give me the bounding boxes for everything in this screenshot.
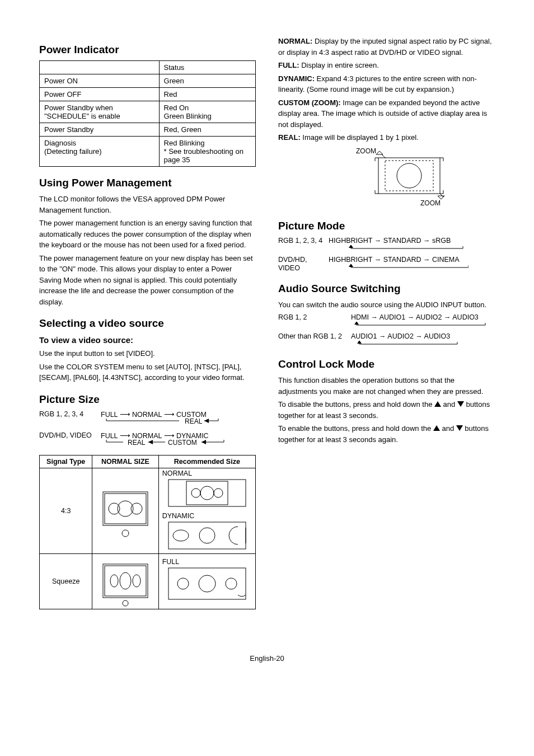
body-text: Use the COLOR SYSTEM menu to set [AUTO],… (39, 361, 256, 383)
size-sublabel: NORMAL (159, 468, 255, 478)
svg-rect-35 (168, 568, 246, 599)
svg-text:CUSTOM: CUSTOM (168, 440, 197, 447)
body-text: To disable the buttons, press and hold d… (278, 399, 495, 421)
flow-return-arrow-icon: REAL (101, 419, 224, 426)
svg-rect-26 (168, 522, 246, 549)
up-triangle-icon (434, 401, 441, 407)
status-cell: Power ON (40, 74, 160, 88)
status-header: Status (159, 61, 255, 74)
svg-marker-5 (204, 419, 209, 423)
heading-picture-mode: Picture Mode (278, 220, 495, 232)
flow-return-arrow-icon (329, 245, 469, 251)
audio-flow-other: Other than RGB 1, 2 AUDIO1 → AUDIO2 → AU… (278, 332, 495, 348)
definition-normal: NORMAL: Display by the inputed signal as… (278, 36, 495, 58)
svg-point-37 (199, 575, 216, 592)
body-text: The power management function is an ener… (39, 218, 256, 251)
svg-marker-39 (376, 151, 383, 154)
status-empty-header (40, 61, 160, 74)
flow-label: RGB 1, 2, 3, 4 (39, 410, 101, 418)
power-status-table: StatusPower ONGreenPower OFFRedPower Sta… (39, 60, 256, 167)
size-header: NORMAL SIZE (92, 455, 158, 468)
svg-point-25 (214, 489, 223, 497)
flow-label: RGB 1, 2, 3, 4 (278, 237, 329, 245)
svg-line-45 (440, 194, 443, 197)
flow-line: FULL ⟶ NORMAL ⟶ CUSTOM (101, 410, 256, 419)
svg-rect-21 (168, 480, 246, 506)
svg-rect-15 (103, 492, 148, 525)
size-cell: 4:3 (40, 468, 92, 553)
size-cell: Squeeze (40, 553, 92, 609)
flow-return-arrow-icon (329, 264, 469, 270)
flow-line: HDMI → AUDIO1 → AUDIO2 → AUDIO3 (351, 313, 495, 321)
body-text: Use the input button to set [VIDEO]. (39, 348, 256, 359)
svg-point-33 (133, 575, 140, 587)
flow-line: HIGHBRIGHT → STANDARD → sRGB (329, 237, 495, 245)
zoom-label: ZOOM (356, 147, 376, 155)
body-text: You can switch the audio source using th… (278, 299, 495, 311)
flow-label: DVD/HD, VIDEO (278, 256, 329, 273)
svg-text:REAL: REAL (185, 419, 203, 425)
svg-rect-29 (103, 564, 148, 598)
body-text: This function disables the operation but… (278, 375, 495, 397)
picture-mode-flow-rgb: RGB 1, 2, 3, 4 HIGHBRIGHT → STANDARD → s… (278, 237, 495, 252)
status-cell: Power OFF (40, 88, 160, 101)
flow-return-arrow-icon (351, 322, 491, 327)
svg-point-23 (191, 489, 200, 497)
down-triangle-icon (456, 425, 463, 431)
flow-return-arrow-icon: REAL CUSTOM (101, 440, 235, 448)
size-header: Recommended Size (158, 455, 255, 468)
heading-control-lock: Control Lock Mode (278, 358, 495, 370)
down-triangle-icon (457, 401, 464, 407)
flow-label: RGB 1, 2 (278, 313, 351, 321)
aspect-icon-full: FULL (158, 553, 255, 609)
svg-rect-22 (186, 481, 228, 505)
svg-point-19 (131, 503, 142, 514)
status-cell: Green (159, 74, 255, 88)
svg-text:REAL: REAL (128, 440, 146, 447)
zoom-label: ZOOM (420, 199, 441, 207)
svg-point-36 (177, 578, 189, 589)
flow-label: Other than RGB 1, 2 (278, 332, 351, 340)
flow-label: DVD/HD, VIDEO (39, 431, 101, 439)
page-footer: English-20 (39, 654, 495, 663)
up-triangle-icon (433, 425, 440, 431)
svg-point-43 (397, 163, 421, 188)
size-sublabel: DYNAMIC (159, 511, 255, 521)
size-sublabel: FULL (159, 557, 255, 567)
aspect-icon-recommended: NORMAL DYNAMIC (158, 468, 255, 553)
heading-power-indicator: Power Indicator (39, 44, 256, 56)
heading-power-management: Using Power Management (39, 177, 256, 189)
svg-rect-16 (105, 494, 146, 524)
subheading-view-video: To view a video source: (39, 335, 256, 345)
svg-point-27 (173, 530, 189, 541)
svg-marker-13 (202, 440, 206, 444)
picture-size-flow-dvd: DVD/HD, VIDEO FULL ⟶ NORMAL ⟶ DYNAMIC RE… (39, 431, 256, 449)
svg-rect-42 (385, 161, 433, 191)
svg-marker-49 (349, 245, 353, 248)
flow-line: HIGHBRIGHT → STANDARD → CINEMA (329, 256, 495, 264)
audio-flow-rgb: RGB 1, 2 HDMI → AUDIO1 → AUDIO2 → AUDIO3 (278, 313, 495, 329)
svg-point-17 (109, 503, 120, 514)
aspect-icon-squeeze (92, 553, 158, 609)
body-text: The power management feature on your new… (39, 253, 256, 308)
status-cell: Power Standby when "SCHEDULE" is enable (40, 101, 160, 123)
svg-point-24 (200, 486, 214, 500)
picture-size-flow-rgb: RGB 1, 2, 3, 4 FULL ⟶ NORMAL ⟶ CUSTOM RE… (39, 410, 256, 428)
svg-marker-53 (349, 264, 353, 267)
heading-audio-switching: Audio Source Switching (278, 283, 495, 295)
aspect-icon-4-3-normal (92, 468, 158, 553)
picture-mode-flow-dvd: DVD/HD, VIDEO HIGHBRIGHT → STANDARD → CI… (278, 256, 495, 273)
status-cell: Diagnosis (Detecting failure) (40, 137, 160, 167)
flow-return-arrow-icon (351, 341, 463, 346)
zoom-diagram: ZOOM ZOOM (278, 147, 495, 210)
status-cell: Red Blinking * See troubleshooting on pa… (159, 137, 255, 167)
svg-marker-61 (357, 341, 362, 344)
heading-picture-size: Picture Size (39, 393, 256, 406)
svg-marker-10 (148, 440, 153, 444)
size-header: Signal Type (40, 455, 92, 468)
svg-point-32 (120, 572, 131, 589)
svg-rect-30 (105, 566, 146, 596)
status-cell: Power Standby (40, 123, 160, 137)
status-cell: Red (159, 88, 255, 101)
heading-selecting-video: Selecting a video source (39, 317, 256, 330)
